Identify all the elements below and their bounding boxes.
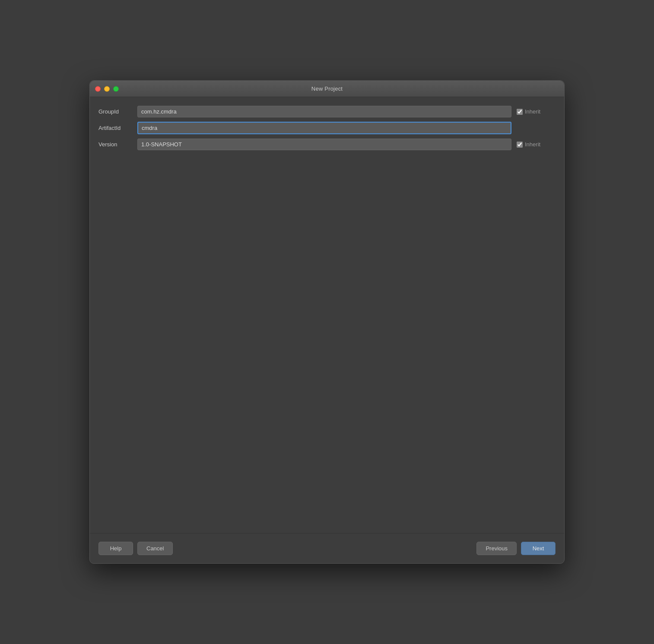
window-controls xyxy=(95,86,119,92)
minimize-button[interactable] xyxy=(104,86,110,92)
title-bar: New Project xyxy=(90,81,564,97)
groupid-label: GroupId xyxy=(98,108,137,115)
version-inherit-wrap: Inherit xyxy=(517,141,556,148)
version-input[interactable] xyxy=(137,139,511,150)
artifactid-row: ArtifactId xyxy=(98,122,556,134)
form-area: GroupId Inherit ArtifactId xyxy=(98,106,556,155)
groupid-inherit-wrap: Inherit xyxy=(517,108,556,115)
version-label: Version xyxy=(98,141,137,148)
footer-right: Previous Next xyxy=(476,542,556,555)
groupid-input[interactable] xyxy=(137,106,511,117)
new-project-window: New Project GroupId Inherit ArtifactId xyxy=(89,80,565,564)
content-area: GroupId Inherit ArtifactId xyxy=(90,97,564,533)
cancel-button[interactable]: Cancel xyxy=(137,542,173,555)
next-button[interactable]: Next xyxy=(521,542,556,555)
artifactid-input-wrap xyxy=(137,122,511,134)
window-title: New Project xyxy=(311,85,343,92)
help-button[interactable]: Help xyxy=(98,542,133,555)
artifactid-label: ArtifactId xyxy=(98,125,137,131)
version-input-wrap xyxy=(137,139,511,150)
maximize-button[interactable] xyxy=(113,86,119,92)
groupid-inherit-label: Inherit xyxy=(525,108,540,115)
groupid-inherit-checkbox[interactable] xyxy=(517,109,523,115)
version-inherit-checkbox[interactable] xyxy=(517,142,523,148)
groupid-row: GroupId Inherit xyxy=(98,106,556,117)
footer-left: Help Cancel xyxy=(98,542,173,555)
artifactid-input[interactable] xyxy=(137,122,511,134)
version-inherit-label: Inherit xyxy=(525,141,540,148)
footer: Help Cancel Previous Next xyxy=(90,533,564,563)
previous-button[interactable]: Previous xyxy=(476,542,517,555)
close-button[interactable] xyxy=(95,86,101,92)
version-row: Version Inherit xyxy=(98,139,556,150)
content-spacer xyxy=(98,155,556,533)
groupid-input-wrap xyxy=(137,106,511,117)
